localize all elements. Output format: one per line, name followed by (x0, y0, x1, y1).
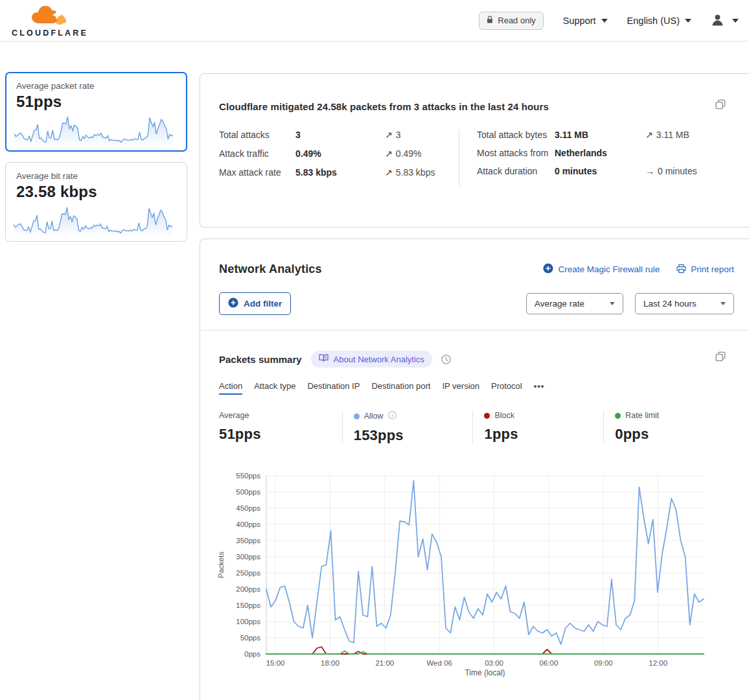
tab-action[interactable]: Action (219, 381, 242, 395)
tab-destination-ip[interactable]: Destination IP (307, 381, 360, 395)
legend-label: Block (494, 411, 514, 420)
chevron-down-icon (685, 19, 691, 23)
plus-circle-icon (543, 263, 553, 275)
stat-value: 0 minutes (555, 166, 645, 176)
packets-summary-title: Packets summary (219, 354, 302, 365)
top-header: CLOUDFLARE Read only Support English (US… (0, 0, 749, 41)
stat-row-max-attack-rate: Max attack rate 5.83 kbps ↗5.83 kbps (219, 167, 459, 178)
metric-card-bit-rate[interactable]: Average bit rate 23.58 kbps (5, 162, 187, 242)
bit-rate-sparkline (12, 203, 174, 238)
trend-up-icon: ↗ (385, 148, 393, 159)
trend-up-icon: ↗ (385, 130, 393, 140)
page-title: Network Analytics (219, 262, 322, 276)
stat-row-total-attack-bytes: Total attack bytes 3.11 MB ↗3.11 MB (477, 130, 749, 140)
svg-text:150pps: 150pps (236, 601, 260, 609)
block-dot-icon (484, 413, 490, 419)
logo-wordmark: CLOUDFLARE (12, 29, 88, 38)
stat-label: Most attacks from (477, 148, 555, 158)
create-magic-firewall-rule-link[interactable]: Create Magic Firewall rule (543, 263, 660, 275)
legend-value: 1pps (484, 426, 603, 443)
summary-stats: Total attacks 3 ↗3 Attack traffic 0.49% … (219, 130, 749, 186)
stat-change: 3 (396, 130, 401, 140)
metric-value: 51pps (16, 93, 176, 111)
metric-label: Average bit rate (16, 171, 176, 181)
book-icon (319, 354, 328, 364)
account-menu[interactable] (711, 13, 739, 29)
clock-icon[interactable] (441, 355, 451, 364)
language-menu[interactable]: English (US) (627, 16, 691, 26)
tab-destination-port[interactable]: Destination port (371, 381, 430, 395)
add-filter-button[interactable]: Add filter (219, 292, 291, 315)
tab-attack-type[interactable]: Attack type (254, 381, 295, 395)
arrow-right-icon: → (645, 166, 654, 176)
svg-text:0pps: 0pps (244, 650, 260, 658)
trend-up-icon: ↗ (645, 130, 653, 140)
about-label: About Network Analytics (334, 355, 424, 364)
trend-up-icon: ↗ (385, 167, 393, 178)
cloudflare-logo[interactable]: CLOUDFLARE (12, 3, 88, 38)
print-report-link[interactable]: Print report (676, 264, 734, 275)
stat-value: Netherlands (555, 148, 645, 158)
svg-text:21:00: 21:00 (375, 659, 394, 667)
legend-allow: Allow 153pps (342, 411, 473, 444)
cloudflare-cloud-icon (29, 3, 71, 29)
stat-label: Total attack bytes (477, 130, 555, 140)
about-network-analytics-badge[interactable]: About Network Analytics (311, 351, 432, 368)
stat-row-attack-traffic: Attack traffic 0.49% ↗0.49% (219, 148, 459, 159)
dimension-tabs: Action Attack type Destination IP Destin… (219, 381, 734, 395)
attack-summary-card: Cloudflare mitigated 24.58k packets from… (200, 73, 749, 228)
svg-text:06:00: 06:00 (540, 659, 559, 667)
metric-card-packet-rate[interactable]: Average packet rate 51pps (5, 72, 187, 152)
metric-value: 23.58 kbps (16, 183, 176, 201)
copy-icon[interactable] (715, 99, 726, 110)
stat-label: Attack duration (477, 166, 555, 176)
stat-change: 0 minutes (658, 166, 697, 176)
svg-text:09:00: 09:00 (594, 659, 613, 667)
rate-limit-dot-icon (615, 413, 621, 419)
stat-value: 3.11 MB (555, 130, 645, 140)
stat-value: 5.83 kbps (295, 167, 385, 178)
svg-text:Packets: Packets (217, 552, 225, 578)
create-rule-label: Create Magic Firewall rule (558, 264, 660, 274)
legend-value: 0pps (615, 426, 734, 443)
svg-text:50pps: 50pps (240, 634, 261, 642)
legend-label: Allow (364, 412, 384, 421)
print-report-label: Print report (691, 264, 734, 274)
metric-select-value: Average rate (535, 299, 584, 309)
tab-ip-version[interactable]: IP version (442, 381, 479, 395)
stat-label: Attack traffic (219, 148, 295, 159)
summary-title: Cloudflare mitigated 24.58k packets from… (219, 101, 734, 112)
person-icon (711, 13, 724, 29)
network-analytics-card: Network Analytics Create Magic Firewall … (200, 239, 749, 700)
stat-change: 0.49% (396, 148, 422, 159)
series-legend: Average 51pps Allow 153pps (219, 411, 734, 444)
info-icon[interactable] (388, 411, 397, 421)
legend-label: Rate limit (625, 411, 659, 420)
tab-protocol[interactable]: Protocol (491, 381, 522, 395)
stat-label: Total attacks (219, 130, 295, 140)
legend-block: Block 1pps (472, 411, 603, 444)
legend-average: Average 51pps (219, 411, 342, 444)
cloudflare-dashboard: CLOUDFLARE Read only Support English (US… (0, 0, 749, 700)
stat-change: 3.11 MB (656, 130, 689, 140)
svg-text:100pps: 100pps (236, 618, 260, 625)
lock-icon (487, 16, 493, 26)
more-tabs-ellipsis-icon[interactable]: ••• (534, 381, 545, 395)
metric-select[interactable]: Average rate (526, 293, 623, 314)
legend-label: Average (219, 411, 249, 420)
svg-text:250pps: 250pps (236, 569, 260, 577)
legend-value: 51pps (219, 426, 342, 443)
read-only-badge: Read only (479, 12, 544, 30)
svg-text:Wed 06: Wed 06 (426, 659, 452, 667)
svg-text:300pps: 300pps (236, 553, 260, 561)
stat-row-attack-duration: Attack duration 0 minutes →0 minutes (477, 166, 749, 176)
svg-text:350pps: 350pps (236, 537, 260, 544)
time-range-value: Last 24 hours (643, 299, 697, 309)
time-range-select[interactable]: Last 24 hours (635, 293, 734, 314)
support-menu[interactable]: Support (563, 16, 608, 26)
printer-icon (676, 264, 686, 275)
svg-text:18:00: 18:00 (321, 659, 340, 667)
legend-value: 153pps (354, 427, 473, 444)
copy-icon[interactable] (715, 351, 726, 362)
packet-rate-sparkline (13, 112, 174, 147)
